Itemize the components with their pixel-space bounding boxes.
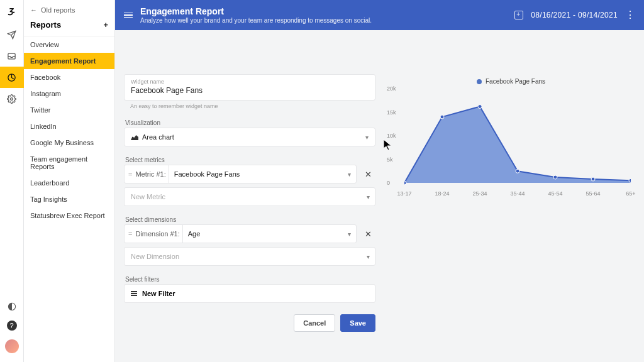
y-axis-tick: 15k: [387, 109, 396, 116]
remove-metric-1-button[interactable]: ✕: [360, 167, 375, 182]
y-axis-tick: 10k: [387, 133, 396, 139]
y-axis-tick: 5k: [387, 156, 393, 163]
chart-legend: Facebook Page Fans: [387, 78, 635, 85]
metric-1-select[interactable]: = Metric #1: Facebook Page Fans ▾: [124, 165, 357, 184]
nav-item-twitter[interactable]: Twitter: [24, 102, 114, 118]
reports-nav: OverviewEngagement ReportFacebookInstagr…: [24, 36, 114, 224]
new-metric-select[interactable]: New Metric ▾: [124, 187, 375, 206]
nav-item-linkedin[interactable]: LinkedIn: [24, 118, 114, 134]
x-axis-tick: 13-17: [397, 190, 411, 197]
user-avatar[interactable]: [5, 339, 19, 353]
drag-handle-icon[interactable]: =: [125, 170, 135, 178]
y-axis-tick: 20k: [387, 85, 396, 92]
nav-item-tag-insights[interactable]: Tag Insights: [24, 191, 114, 207]
nav-item-facebook[interactable]: Facebook: [24, 69, 114, 85]
x-axis-tick: 18-24: [435, 190, 449, 197]
dimension-1-select[interactable]: = Dimension #1: Age ▾: [124, 224, 357, 243]
remove-dimension-1-button[interactable]: ✕: [360, 226, 375, 241]
visualization-select[interactable]: Area chart ▾: [124, 128, 375, 146]
svg-point-5: [478, 105, 482, 109]
main: Engagement Report Analyze how well your …: [115, 0, 644, 362]
svg-point-2: [11, 97, 13, 100]
nav-item-statusbrew-exec-report[interactable]: Statusbrew Exec Report: [24, 207, 114, 224]
back-label: Old reports: [41, 6, 75, 14]
drag-handle-icon[interactable]: =: [125, 230, 135, 238]
page-title: Engagement Report: [140, 6, 507, 17]
new-filter-label: New Filter: [142, 290, 175, 297]
metrics-label: Select metrics: [125, 156, 375, 163]
widget-name-value: Facebook Page Fans: [131, 86, 369, 95]
page-header: Engagement Report Analyze how well your …: [115, 0, 644, 30]
dimensions-label: Select dimensions: [125, 216, 375, 223]
svg-point-3: [404, 181, 406, 185]
nav-item-team-engagement-reports[interactable]: Team engagement Reports: [24, 151, 114, 175]
chevron-down-icon: ▾: [362, 194, 375, 200]
nav-item-instagram[interactable]: Instagram: [24, 85, 114, 102]
theme-toggle-icon[interactable]: ◐: [8, 300, 16, 312]
dimension-1-label: Dimension #1:: [135, 230, 182, 238]
x-axis-tick: 65+: [626, 190, 635, 197]
reports-sidepanel: ← Old reports Reports + OverviewEngageme…: [24, 0, 115, 362]
new-metric-placeholder: New Metric: [125, 193, 362, 200]
reports-heading: Reports: [30, 20, 61, 30]
svg-point-9: [629, 178, 631, 182]
visualization-label: Visualization: [125, 119, 375, 126]
widget-name-label: Widget name: [131, 79, 369, 85]
new-dimension-select[interactable]: New Dimension ▾: [124, 247, 375, 266]
legend-label: Facebook Page Fans: [486, 78, 545, 85]
chevron-down-icon: ▾: [362, 253, 375, 260]
x-axis-tick: 35-44: [510, 190, 525, 197]
menu-icon[interactable]: [124, 13, 133, 18]
nav-item-leaderboard[interactable]: Leaderboard: [24, 175, 114, 191]
filters-label: Select filters: [125, 276, 375, 283]
area-chart: [404, 89, 631, 187]
chevron-down-icon: ▾: [343, 231, 356, 238]
save-button[interactable]: Save: [340, 314, 375, 332]
chevron-left-icon: ←: [30, 6, 37, 14]
svg-point-8: [591, 177, 595, 181]
nav-item-overview[interactable]: Overview: [24, 36, 114, 53]
x-axis-tick: 45-54: [548, 190, 562, 197]
chevron-down-icon: ▾: [365, 134, 369, 141]
nav-inbox-icon[interactable]: [0, 45, 24, 67]
widget-name-helper: An easy to remember widget name: [130, 103, 375, 109]
add-report-button[interactable]: +: [103, 20, 108, 30]
metric-1-label: Metric #1:: [135, 170, 168, 178]
svg-point-4: [440, 115, 444, 119]
nav-reports-icon[interactable]: [0, 67, 24, 88]
help-icon[interactable]: ?: [7, 321, 17, 331]
widget-form: Widget name Facebook Page Fans An easy t…: [124, 74, 375, 353]
chart-preview: Facebook Page Fans 05k10k15k20k13-1718-2…: [387, 74, 635, 353]
back-to-old-reports[interactable]: ← Old reports: [24, 0, 114, 18]
y-axis-tick: 0: [387, 180, 390, 186]
filter-icon: [131, 291, 137, 296]
svg-point-6: [516, 169, 519, 173]
date-range[interactable]: 08/16/2021 - 09/14/2021: [531, 11, 618, 19]
x-axis-tick: 55-64: [586, 190, 600, 197]
x-axis-tick: 25-34: [472, 190, 487, 197]
area-chart-icon: [131, 134, 138, 140]
new-filter-button[interactable]: New Filter: [124, 284, 375, 303]
calendar-add-icon[interactable]: [514, 11, 523, 19]
new-dimension-placeholder: New Dimension: [125, 253, 362, 260]
more-options-icon[interactable]: ⋮: [625, 10, 635, 20]
legend-swatch: [477, 79, 482, 84]
nav-item-engagement-report[interactable]: Engagement Report: [24, 53, 114, 69]
brand-logo: ʒ.: [8, 5, 16, 15]
svg-point-7: [553, 175, 557, 179]
cancel-button[interactable]: Cancel: [294, 314, 335, 332]
nav-send-icon[interactable]: [0, 24, 24, 45]
metric-1-value: Facebook Page Fans: [169, 170, 343, 178]
dimension-1-value: Age: [183, 230, 343, 238]
visualization-value: Area chart: [142, 133, 174, 141]
nav-settings-icon[interactable]: [0, 88, 24, 109]
widget-name-field[interactable]: Widget name Facebook Page Fans: [124, 74, 375, 101]
chevron-down-icon: ▾: [343, 171, 356, 178]
left-rail: ʒ. ◐ ?: [0, 0, 24, 362]
page-subtitle: Analyze how well your brand and your tea…: [140, 17, 507, 24]
nav-item-google-my-business[interactable]: Google My Business: [24, 134, 114, 151]
